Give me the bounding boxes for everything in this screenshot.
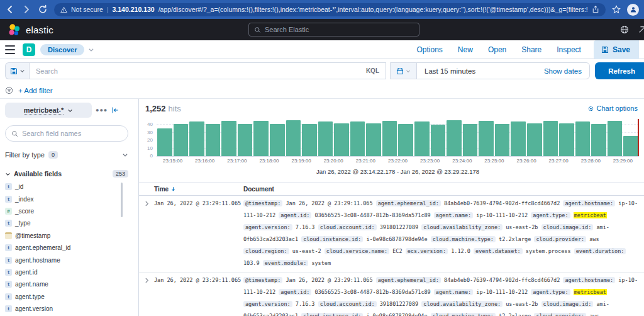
time-range-value[interactable]: Last 15 minutes <box>417 67 475 75</box>
calendar-icon-button[interactable] <box>391 63 417 79</box>
histogram-bar[interactable] <box>623 136 638 157</box>
menu-hamburger-icon[interactable] <box>5 45 15 54</box>
back-icon[interactable] <box>5 4 15 14</box>
histogram-bar[interactable] <box>382 121 397 156</box>
index-pattern-selector[interactable]: metricbeat-* <box>5 103 92 118</box>
histogram-bar[interactable] <box>591 124 606 156</box>
doc-field-name: cloud.account.id: <box>318 224 377 230</box>
y-axis-tick: 20 <box>140 137 153 143</box>
share-icon[interactable] <box>592 6 599 13</box>
histogram-bar[interactable] <box>559 123 574 157</box>
field-type-string-icon: t <box>5 269 12 276</box>
refresh-button[interactable]: Refresh <box>595 62 644 79</box>
available-fields-header[interactable]: Available fields 253 <box>5 170 128 178</box>
filter-icon[interactable] <box>5 86 13 94</box>
histogram-bar[interactable] <box>366 123 381 157</box>
saved-query-menu-button[interactable] <box>5 62 29 79</box>
doc-field-value: 391801227089 <box>380 301 418 307</box>
histogram-bar[interactable] <box>398 124 413 156</box>
address-bar[interactable]: Not secure | 3.140.210.130 /app/discover… <box>54 3 606 16</box>
browser-profile-avatar[interactable] <box>627 4 639 16</box>
histogram-bar[interactable] <box>414 121 430 156</box>
breadcrumb[interactable]: Discover <box>40 44 84 55</box>
show-dates-link[interactable]: Show dates <box>544 67 589 75</box>
time-column-header[interactable]: Time <box>154 186 243 193</box>
global-search-input[interactable]: Search Elastic <box>248 23 419 37</box>
sidebar-scrollbar[interactable] <box>121 183 123 217</box>
expand-row-icon[interactable] <box>139 198 154 206</box>
histogram-bar[interactable] <box>543 121 558 156</box>
histogram-bar[interactable] <box>302 124 317 156</box>
histogram-bar[interactable] <box>463 124 478 156</box>
row-document[interactable]: @timestamp: Jan 26, 2022 @ 23:29:11.065 … <box>243 274 644 316</box>
histogram-bar[interactable] <box>575 121 591 156</box>
open-link[interactable]: Open <box>480 45 514 54</box>
doc-field-value: us-east-2 <box>292 248 321 254</box>
histogram-bar[interactable] <box>174 124 189 156</box>
histogram-bar[interactable] <box>318 121 333 156</box>
globe-icon[interactable] <box>620 25 629 34</box>
field-type-string-icon: t <box>5 244 12 251</box>
index-options-icon[interactable]: ●●● <box>96 107 108 113</box>
chart-options-button[interactable]: Chart options <box>587 104 638 112</box>
histogram-bar[interactable] <box>270 124 285 156</box>
add-filter-link[interactable]: + Add filter <box>18 87 53 94</box>
histogram-bar[interactable] <box>334 123 349 157</box>
field-type-string-icon: t <box>5 293 12 300</box>
histogram-bar[interactable] <box>157 128 172 156</box>
field-item[interactable]: t_index <box>5 193 138 205</box>
field-item[interactable]: t_id <box>5 181 138 193</box>
histogram-bar[interactable] <box>206 124 221 156</box>
field-name: _type <box>15 220 30 227</box>
search-query-input[interactable]: Search KQL <box>29 62 386 79</box>
inspect-link[interactable]: Inspect <box>549 45 589 54</box>
field-item[interactable]: tagent.name <box>5 278 138 290</box>
field-item[interactable]: tagent.ephemeral_id <box>5 242 138 254</box>
filter-by-type-toggle[interactable]: Filter by type 0 <box>5 147 128 162</box>
doc-field-name: cloud.provider: <box>534 313 586 316</box>
kql-badge[interactable]: KQL <box>366 67 379 74</box>
field-item[interactable]: tagent.type <box>5 291 138 303</box>
new-link[interactable]: New <box>450 45 480 54</box>
histogram-chart[interactable]: 010203040 23:15:0023:16:0023:17:0023:18:… <box>157 119 639 179</box>
doc-field-value: aws <box>589 236 599 242</box>
elastic-logo[interactable] <box>8 23 21 37</box>
histogram-bar[interactable] <box>495 124 510 156</box>
bookmark-star-icon[interactable] <box>612 5 621 14</box>
index-pattern-name: metricbeat-* <box>24 106 64 115</box>
histogram-bar[interactable] <box>286 120 301 157</box>
chevron-down-icon[interactable] <box>88 47 94 53</box>
save-button[interactable]: Save <box>594 40 639 59</box>
expand-row-icon[interactable] <box>139 274 154 283</box>
histogram-bar[interactable] <box>189 121 204 156</box>
histogram-bar[interactable] <box>431 125 446 156</box>
field-search-input[interactable]: Search field names <box>5 125 128 142</box>
field-item[interactable]: #_score <box>5 205 138 217</box>
histogram-bar[interactable] <box>238 124 253 156</box>
histogram-bar[interactable] <box>527 123 542 157</box>
histogram-bar[interactable] <box>350 121 365 156</box>
field-item[interactable]: t_type <box>5 217 138 229</box>
reload-icon[interactable] <box>38 4 48 14</box>
discover-app-icon[interactable]: D <box>23 43 35 56</box>
forward-icon[interactable] <box>21 4 31 14</box>
share-link[interactable]: Share <box>514 45 549 54</box>
doc-field-value: us-east-2b <box>506 224 538 230</box>
doc-field-value: 103.9 <box>243 260 260 266</box>
histogram-bar[interactable] <box>253 121 269 156</box>
collapse-sidebar-icon[interactable] <box>111 106 119 114</box>
histogram-bar[interactable] <box>221 121 236 156</box>
histogram-bar[interactable] <box>608 121 623 156</box>
field-item[interactable]: tagent.hostname <box>5 254 138 266</box>
field-item[interactable]: tagent.version <box>5 303 138 315</box>
field-item[interactable]: @timestamp <box>5 230 138 242</box>
field-type-string-icon: t <box>5 183 12 190</box>
histogram-bar[interactable] <box>511 121 526 156</box>
x-axis-tick: 23:15:00 <box>163 158 182 164</box>
alerts-icon[interactable] <box>638 25 644 34</box>
field-item[interactable]: tagent.id <box>5 266 138 278</box>
histogram-bar[interactable] <box>479 121 494 156</box>
histogram-bar[interactable] <box>447 120 462 157</box>
options-link[interactable]: Options <box>409 45 450 54</box>
row-document[interactable]: @timestamp: Jan 26, 2022 @ 23:29:11.065 … <box>243 198 644 269</box>
